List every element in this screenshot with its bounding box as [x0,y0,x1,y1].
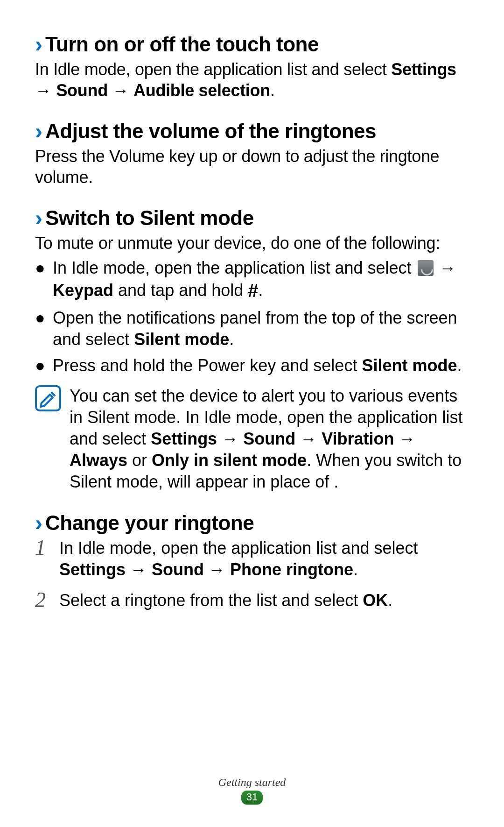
footer-section-label: Getting started [0,776,504,789]
chevron-right-icon: › [35,512,42,534]
list-item: ● In Idle mode, open the application lis… [35,257,476,303]
bold-text: Phone ringtone [230,560,353,579]
chevron-right-icon: › [35,33,42,56]
arrow: → [108,81,133,100]
body-text: Press the Volume key up or down to adjus… [35,146,476,188]
chevron-right-icon: › [35,120,42,142]
heading: › Change your ringtone [35,511,476,535]
hash-icon: # [248,280,258,301]
bullet-content: In Idle mode, open the application list … [53,257,476,303]
text: In Idle mode, open the application list … [59,538,418,558]
bold-text: Sound [152,560,204,579]
step-content: In Idle mode, open the application list … [59,537,476,580]
arrow: → [217,429,243,448]
intro-text: To mute or unmute your device, do one of… [35,233,476,254]
bullet-list: ● In Idle mode, open the application lis… [35,257,476,377]
step-content: Select a ringtone from the list and sele… [59,590,392,611]
section-touch-tone: › Turn on or off the touch tone In Idle … [35,33,476,101]
arrow: → [35,81,56,100]
phone-icon [418,260,434,276]
page-footer: Getting started 31 [0,776,504,805]
chevron-right-icon: › [35,207,42,229]
text: or [127,451,152,470]
arrow: → [204,560,230,579]
page-number-badge: 31 [241,791,263,805]
bullet-dot: ● [35,355,53,376]
text: . [229,330,234,349]
heading: › Adjust the volume of the ringtones [35,120,476,143]
bold-text: Settings [391,60,456,79]
bold-text: Always [70,451,127,470]
note-block: You can set the device to alert you to v… [35,385,476,493]
numbered-steps: 1 In Idle mode, open the application lis… [35,537,476,611]
heading-text: Adjust the volume of the ringtones [45,120,376,143]
bold-text: Vibration [322,429,394,448]
heading-text: Turn on or off the touch tone [45,33,319,56]
arrow: → [295,429,322,448]
heading-text: Change your ringtone [45,511,254,535]
text: In Idle mode, open the application list … [35,60,391,79]
section-change-ringtone: › Change your ringtone 1 In Idle mode, o… [35,511,476,611]
text: Select a ringtone from the list and sele… [59,591,363,610]
heading: › Switch to Silent mode [35,206,476,230]
text: In Idle mode, open the application list … [53,258,416,277]
bold-text: Only in silent mode [152,451,307,470]
text: Press and hold the Power key and select [53,356,362,375]
note-text: You can set the device to alert you to v… [70,385,476,493]
manual-page: › Turn on or off the touch tone In Idle … [0,0,504,827]
bold-text: Silent mode [134,330,229,349]
arrow: → [126,560,152,579]
text: . [270,81,275,100]
list-item: ● Open the notifications panel from the … [35,307,476,350]
bold-text: OK [363,591,388,610]
text: . [388,591,392,610]
list-item: 1 In Idle mode, open the application lis… [35,537,476,580]
text: Open the notifications panel from the to… [53,308,457,349]
step-number: 1 [35,537,59,580]
section-silent-mode: › Switch to Silent mode To mute or unmut… [35,206,476,493]
heading-text: Switch to Silent mode [45,206,254,230]
bullet-dot: ● [35,257,53,303]
bold-text: Silent mode [362,356,457,375]
bold-text: Keypad [53,281,113,300]
step-number: 2 [35,590,59,611]
bullet-content: Press and hold the Power key and select … [53,355,476,376]
text: . [259,281,263,300]
body-text: In Idle mode, open the application list … [35,59,476,101]
bold-text: Settings [151,429,217,448]
heading: › Turn on or off the touch tone [35,33,476,56]
note-icon [35,385,61,411]
text: and tap and hold [113,281,248,300]
bold-text: Sound [243,429,295,448]
bold-text: Settings [59,560,126,579]
bullet-content: Open the notifications panel from the to… [53,307,476,350]
text: . [353,560,358,579]
bold-text: Sound [56,81,107,100]
list-item: ● Press and hold the Power key and selec… [35,355,476,376]
bullet-dot: ● [35,307,53,350]
arrow: → [435,258,456,277]
bold-text: Audible selection [133,81,270,100]
section-volume: › Adjust the volume of the ringtones Pre… [35,120,476,188]
list-item: 2 Select a ringtone from the list and se… [35,590,476,611]
text: . [457,356,462,375]
arrow: → [394,429,416,448]
